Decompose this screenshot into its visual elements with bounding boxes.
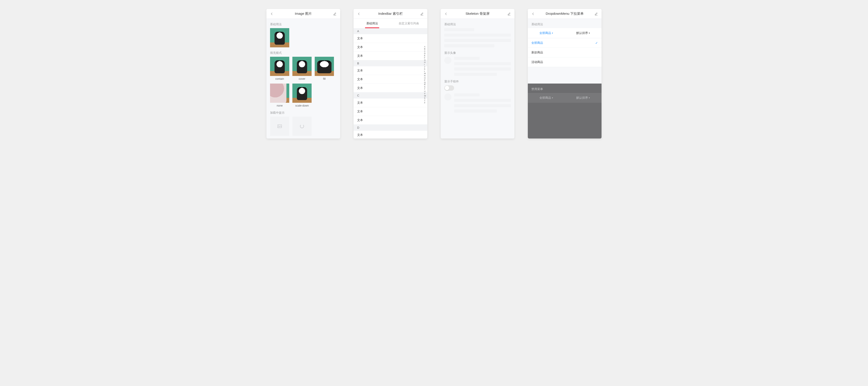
skeleton-row xyxy=(454,104,511,107)
mode-label: cover xyxy=(299,77,305,81)
edit-icon[interactable] xyxy=(333,11,337,16)
edit-icon[interactable] xyxy=(420,11,424,16)
alpha-letter[interactable]: K xyxy=(424,68,426,70)
index-cell[interactable]: 文本 xyxy=(353,131,427,139)
overlay-mask[interactable]: 禁用菜单 全部商品 ▾ 默认排序 ▾ xyxy=(528,84,601,139)
screen-dropdown: DropdownMenu 下拉菜单 基础用法 全部商品 ▾ 默认排序 ▾ 全部商… xyxy=(528,9,601,139)
svg-point-1 xyxy=(279,125,279,126)
section-fillmode: 填充模式 xyxy=(267,47,340,57)
navbar: DropdownMenu 下拉菜单 xyxy=(528,9,601,19)
skeleton-avatar-circle xyxy=(444,57,452,64)
dropdown-trigger-label: 默认排序 xyxy=(576,96,588,100)
dropdown-option[interactable]: 全部商品✓ xyxy=(528,38,601,48)
alpha-letter[interactable]: R xyxy=(424,84,426,86)
tab-basic[interactable]: 基础用法 xyxy=(353,19,391,28)
index-cell[interactable]: 文本 xyxy=(353,98,427,107)
loading-spinner-box xyxy=(292,117,312,136)
alpha-letter[interactable]: L xyxy=(424,70,426,72)
mode-label: fill xyxy=(323,77,326,81)
index-cell[interactable]: 文本 xyxy=(353,84,427,92)
back-icon[interactable] xyxy=(270,11,274,16)
index-list[interactable]: A文本文本文本B文本文本文本C文本文本文本D文本 xyxy=(353,28,427,139)
alpha-letter[interactable]: M xyxy=(424,72,426,75)
alpha-letter[interactable]: F xyxy=(424,57,426,59)
skeleton-basic xyxy=(441,28,515,47)
back-icon[interactable] xyxy=(444,11,448,16)
alpha-letter[interactable]: A xyxy=(424,46,426,48)
alphabet-rail[interactable]: ABCDEFGHIJKLMNOPQRSTUVWXYZ xyxy=(424,46,426,103)
alpha-letter[interactable]: Q xyxy=(424,81,426,84)
edit-icon[interactable] xyxy=(594,11,598,16)
page-title: DropdownMenu 下拉菜单 xyxy=(546,11,584,16)
index-cell[interactable]: 文本 xyxy=(353,34,427,43)
image-mode-contain: contain xyxy=(270,57,289,81)
index-cell[interactable]: 文本 xyxy=(353,107,427,116)
index-cell[interactable]: 文本 xyxy=(353,75,427,84)
alpha-letter[interactable]: P xyxy=(424,79,426,81)
page-title: Skeleton 骨架屏 xyxy=(465,11,490,16)
dropdown-trigger-all[interactable]: 全部商品 ▾ xyxy=(528,28,565,38)
alpha-letter[interactable]: B xyxy=(424,48,426,50)
screen-skeleton: Skeleton 骨架屏 基础用法 显示头像 显示子组件 xyxy=(441,9,515,139)
alpha-letter[interactable]: W xyxy=(424,95,426,97)
skeleton-child xyxy=(441,93,515,113)
skeleton-row xyxy=(444,44,494,47)
dropdown-bar: 全部商品 ▾ 默认排序 ▾ xyxy=(528,28,601,38)
screen-indexbar: IndexBar 索引栏 基础用法 自定义索引列表 A文本文本文本B文本文本文本… xyxy=(353,9,427,139)
skeleton-row xyxy=(454,93,479,96)
dropdown-option-label: 活动商品 xyxy=(531,60,543,64)
mode-label: scale-down xyxy=(295,104,309,107)
navbar: IndexBar 索引栏 xyxy=(353,9,427,19)
alpha-letter[interactable]: N xyxy=(424,75,426,77)
alpha-letter[interactable]: Y xyxy=(424,99,426,101)
alpha-letter[interactable]: H xyxy=(424,61,426,63)
alpha-letter[interactable]: X xyxy=(424,97,426,99)
back-icon[interactable] xyxy=(531,11,535,16)
dropdown-option[interactable]: 活动商品 xyxy=(528,57,601,67)
index-cell[interactable]: 文本 xyxy=(353,43,427,52)
alpha-letter[interactable]: C xyxy=(424,50,426,52)
skeleton-row xyxy=(454,62,511,65)
alpha-letter[interactable]: D xyxy=(424,52,426,55)
alpha-letter[interactable]: Z xyxy=(424,101,426,103)
section-basic: 基础用法 xyxy=(267,19,340,28)
image-mode-fill: fill xyxy=(315,57,334,81)
alpha-letter[interactable]: U xyxy=(424,90,426,92)
switch-toggle[interactable] xyxy=(444,85,454,91)
index-cell[interactable]: 文本 xyxy=(353,116,427,125)
index-anchor: D xyxy=(353,125,427,131)
alpha-letter[interactable]: T xyxy=(424,88,426,90)
skeleton-avatar-circle xyxy=(444,93,452,100)
index-anchor: A xyxy=(353,28,427,34)
chevron-down-icon: ▾ xyxy=(552,97,553,99)
back-icon[interactable] xyxy=(357,11,361,16)
tab-custom[interactable]: 自定义索引列表 xyxy=(391,19,427,28)
dropdown-trigger-sort[interactable]: 默认排序 ▾ xyxy=(565,28,601,38)
index-cell[interactable]: 文本 xyxy=(353,66,427,75)
alpha-letter[interactable]: G xyxy=(424,59,426,61)
alpha-letter[interactable]: S xyxy=(424,86,426,88)
skeleton-row xyxy=(444,28,474,31)
dropdown-trigger-label: 默认排序 xyxy=(576,31,588,35)
alpha-letter[interactable]: V xyxy=(424,92,426,95)
image-basic xyxy=(270,28,289,47)
alpha-letter[interactable]: I xyxy=(424,63,426,66)
section-child: 显示子组件 xyxy=(441,76,515,85)
alpha-letter[interactable]: J xyxy=(424,66,426,68)
mode-label: contain xyxy=(275,77,284,81)
index-cell[interactable]: 文本 xyxy=(353,52,427,60)
navbar: Image 图片 xyxy=(267,9,340,19)
section-disabled: 禁用菜单 xyxy=(528,84,601,93)
section-loading: 加载中提示 xyxy=(267,107,340,117)
alpha-letter[interactable]: E xyxy=(424,55,426,57)
chevron-down-icon: ▾ xyxy=(589,97,590,99)
edit-icon[interactable] xyxy=(507,11,511,16)
chevron-down-icon: ▾ xyxy=(589,32,590,34)
image-mode-cover: cover xyxy=(292,57,312,81)
skeleton-row xyxy=(454,99,511,102)
alpha-letter[interactable]: O xyxy=(424,77,426,79)
skeleton-avatar xyxy=(441,57,515,76)
dropdown-option[interactable]: 新款商品 xyxy=(528,48,601,57)
page-title: IndexBar 索引栏 xyxy=(378,11,403,16)
mode-label: none xyxy=(277,104,283,107)
